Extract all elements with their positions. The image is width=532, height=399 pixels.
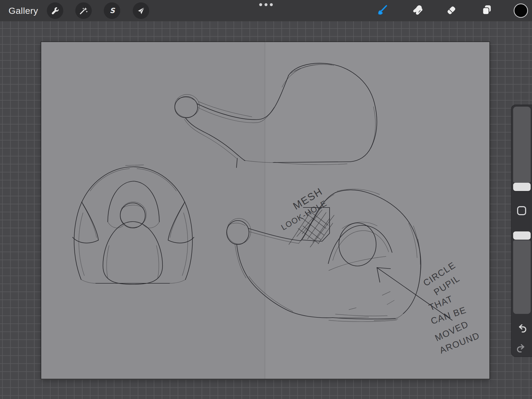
eraser-tool-button[interactable] xyxy=(445,4,458,17)
undo-button[interactable] xyxy=(516,322,527,333)
selection-button[interactable]: S xyxy=(104,2,120,19)
smudge-tool-button[interactable] xyxy=(411,4,424,17)
brush-opacity-slider-handle[interactable] xyxy=(513,231,531,240)
magic-wand-icon xyxy=(79,6,88,15)
window-handle-button[interactable] xyxy=(259,3,273,6)
color-circle-icon[interactable] xyxy=(514,3,528,18)
ellipsis-icon xyxy=(270,3,273,6)
svg-text:S: S xyxy=(110,6,115,15)
smudge-icon xyxy=(411,4,424,18)
gallery-label: Gallery xyxy=(9,6,38,16)
ellipsis-icon xyxy=(265,3,268,6)
brush-opacity-slider[interactable] xyxy=(513,240,531,314)
paintbrush-icon xyxy=(376,4,389,18)
drawing-canvas[interactable]: MESH LOOK-HOLE CIRCLE PUPIL THAT CAN BE … xyxy=(41,42,489,379)
modify-button[interactable] xyxy=(517,206,526,215)
layers-button[interactable] xyxy=(480,4,493,17)
paint-tool-button[interactable] xyxy=(376,4,389,17)
brush-sidebar xyxy=(512,105,532,356)
left-page xyxy=(41,42,265,379)
sketch-artwork: MESH LOOK-HOLE CIRCLE PUPIL THAT CAN BE … xyxy=(41,42,489,379)
redo-button[interactable] xyxy=(516,342,527,353)
transform-button[interactable] xyxy=(133,2,149,19)
ellipsis-icon xyxy=(259,3,262,6)
handwritten-annotations: MESH LOOK-HOLE CIRCLE PUPIL THAT CAN BE … xyxy=(280,185,481,355)
layers-icon xyxy=(480,4,493,18)
brush-size-slider[interactable] xyxy=(513,107,531,183)
adjustments-button[interactable] xyxy=(75,2,92,19)
move-arrow-icon xyxy=(136,6,146,15)
wrench-icon xyxy=(51,6,60,15)
undo-arrow-icon xyxy=(516,322,527,334)
gallery-button[interactable]: Gallery xyxy=(9,0,38,21)
eraser-icon xyxy=(445,4,458,18)
selection-s-icon: S xyxy=(107,6,117,15)
brush-size-slider-handle[interactable] xyxy=(513,183,531,191)
redo-arrow-icon xyxy=(516,342,527,354)
procreate-workspace: { "topbar": { "gallery_label": "Gallery"… xyxy=(0,0,532,399)
top-toolbar: Gallery S xyxy=(0,0,532,21)
actions-button[interactable] xyxy=(47,2,63,19)
